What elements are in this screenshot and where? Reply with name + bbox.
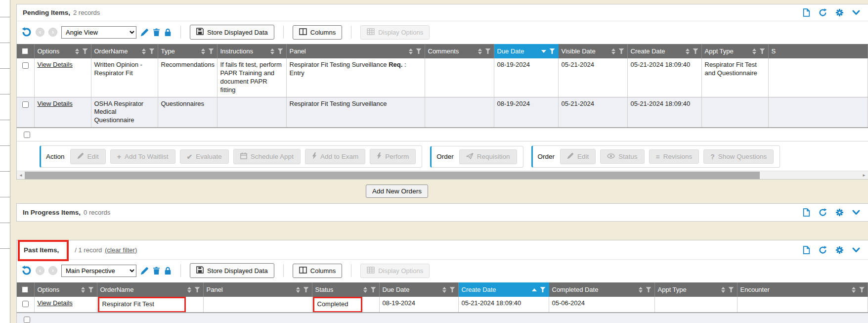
filter-funnel-icon[interactable] — [550, 48, 555, 54]
scroll-left-arrow[interactable]: ◄ — [17, 171, 25, 180]
filter-funnel-icon[interactable] — [195, 287, 200, 292]
select-all-checkbox[interactable] — [24, 132, 30, 138]
lock-view-icon[interactable] — [164, 267, 172, 275]
filter-funnel-icon[interactable] — [729, 287, 734, 292]
filter-funnel-icon[interactable] — [371, 287, 376, 292]
column-header-appt-type[interactable]: Appt Type — [701, 44, 768, 58]
new-document-icon[interactable] — [803, 8, 810, 17]
delete-view-trash-icon[interactable] — [153, 267, 160, 275]
sort-icon[interactable] — [442, 287, 446, 293]
add-to-exam-button[interactable]: Add to Exam — [305, 149, 365, 164]
column-header-type[interactable]: Type — [158, 44, 217, 58]
display-options-button[interactable]: Display Options — [360, 25, 430, 40]
filter-funnel-icon[interactable] — [278, 48, 283, 54]
row-checkbox[interactable] — [22, 301, 29, 307]
column-header-options[interactable]: Options — [34, 282, 97, 297]
new-document-icon[interactable] — [803, 246, 810, 254]
sort-icon[interactable] — [611, 48, 615, 54]
sort-icon[interactable] — [142, 48, 146, 54]
sort-icon[interactable] — [81, 287, 85, 293]
requisition-button[interactable]: Requisition — [459, 149, 517, 164]
column-header-create-date[interactable]: Create Date — [458, 282, 549, 297]
row-checkbox[interactable] — [22, 101, 29, 108]
sort-icon[interactable] — [296, 287, 300, 293]
settings-gear-icon[interactable] — [835, 208, 844, 217]
filter-funnel-icon[interactable] — [149, 48, 155, 54]
view-selector[interactable]: Main Perspective — [61, 265, 136, 277]
prev-view-button[interactable]: ‹ — [36, 28, 44, 37]
sort-icon[interactable] — [409, 48, 413, 54]
view-details-link[interactable]: View Details — [38, 61, 73, 68]
select-all-checkbox[interactable] — [24, 317, 30, 323]
status-button[interactable]: Status — [600, 149, 644, 164]
reset-view-icon[interactable] — [22, 266, 32, 276]
sort-descending-icon[interactable] — [541, 50, 546, 53]
column-header-encounter[interactable]: Encounter — [737, 282, 868, 297]
settings-gear-icon[interactable] — [835, 8, 844, 17]
collapse-chevron-icon[interactable] — [852, 247, 860, 253]
store-displayed-data-button[interactable]: Store Displayed Data — [190, 263, 274, 278]
evaluate-button[interactable]: ✔Evaluate — [180, 149, 229, 164]
scrollbar-thumb[interactable] — [25, 172, 760, 179]
reset-view-icon[interactable] — [22, 27, 32, 37]
sort-icon[interactable] — [201, 48, 205, 54]
filter-funnel-icon[interactable] — [83, 48, 88, 54]
column-header-options[interactable]: Options — [34, 44, 91, 58]
revisions-button[interactable]: ≡Revisions — [649, 149, 699, 164]
view-selector[interactable]: Angie View — [61, 26, 136, 39]
filter-funnel-icon[interactable] — [540, 287, 546, 292]
column-header-create-date[interactable]: Create Date — [627, 44, 701, 58]
column-header-instructions[interactable]: Instructions — [217, 44, 286, 58]
sort-icon[interactable] — [686, 48, 690, 54]
sort-icon[interactable] — [75, 48, 79, 54]
filter-funnel-icon[interactable] — [859, 287, 865, 292]
scrollbar-track[interactable] — [25, 171, 860, 179]
refresh-icon[interactable] — [819, 8, 827, 17]
refresh-icon[interactable] — [819, 246, 827, 254]
select-all-checkbox[interactable] — [22, 286, 28, 293]
column-header-panel[interactable]: Panel — [203, 282, 312, 297]
filter-funnel-icon[interactable] — [88, 287, 94, 292]
column-header-due-date[interactable]: Due Date — [379, 282, 458, 297]
sort-icon[interactable] — [639, 287, 643, 293]
filter-funnel-icon[interactable] — [304, 287, 309, 292]
edit-view-pencil-icon[interactable] — [140, 28, 149, 37]
edit-order-button[interactable]: Edit — [560, 149, 596, 164]
edit-button[interactable]: Edit — [70, 149, 106, 164]
next-view-button[interactable]: › — [48, 28, 57, 37]
sort-icon[interactable] — [852, 287, 856, 293]
column-header-ordername[interactable]: OrderName — [97, 282, 203, 297]
column-header-due-date[interactable]: Due Date — [494, 44, 558, 58]
column-header-ordername[interactable]: OrderName — [91, 44, 158, 58]
view-details-link[interactable]: View Details — [38, 100, 73, 107]
new-document-icon[interactable] — [803, 208, 810, 217]
column-header-appt-type[interactable]: Appt Type — [654, 282, 737, 297]
scroll-right-arrow[interactable]: ► — [860, 171, 868, 180]
sort-icon[interactable] — [270, 48, 274, 54]
horizontal-scrollbar[interactable]: ◄ ► — [17, 171, 868, 179]
column-header-comments[interactable]: Comments — [425, 44, 494, 58]
column-header-status[interactable]: Status — [312, 282, 379, 297]
add-to-waitlist-button[interactable]: +Add To Waitlist — [110, 149, 175, 164]
refresh-icon[interactable] — [819, 208, 827, 217]
row-checkbox[interactable] — [22, 62, 29, 69]
settings-gear-icon[interactable] — [835, 246, 844, 254]
filter-funnel-icon[interactable] — [693, 48, 698, 54]
sort-icon[interactable] — [721, 287, 725, 293]
filter-funnel-icon[interactable] — [760, 48, 765, 54]
prev-view-button[interactable]: ‹ — [36, 266, 44, 275]
filter-funnel-icon[interactable] — [450, 287, 455, 292]
filter-funnel-icon[interactable] — [485, 48, 491, 54]
collapse-chevron-icon[interactable] — [852, 210, 860, 215]
filter-funnel-icon[interactable] — [209, 48, 214, 54]
perform-button[interactable]: Perform — [370, 149, 416, 164]
add-new-orders-button[interactable]: Add New Orders — [366, 185, 428, 198]
columns-button[interactable]: Columns — [293, 25, 342, 40]
store-displayed-data-button[interactable]: Store Displayed Data — [190, 25, 274, 40]
filter-funnel-icon[interactable] — [619, 48, 624, 54]
column-header-visible-date[interactable]: Visible Date — [558, 44, 627, 58]
columns-button[interactable]: Columns — [293, 264, 342, 278]
column-header-cut-off[interactable]: S — [768, 44, 868, 58]
show-questions-button[interactable]: ?Show Questions — [703, 149, 774, 164]
lock-view-icon[interactable] — [164, 28, 172, 37]
